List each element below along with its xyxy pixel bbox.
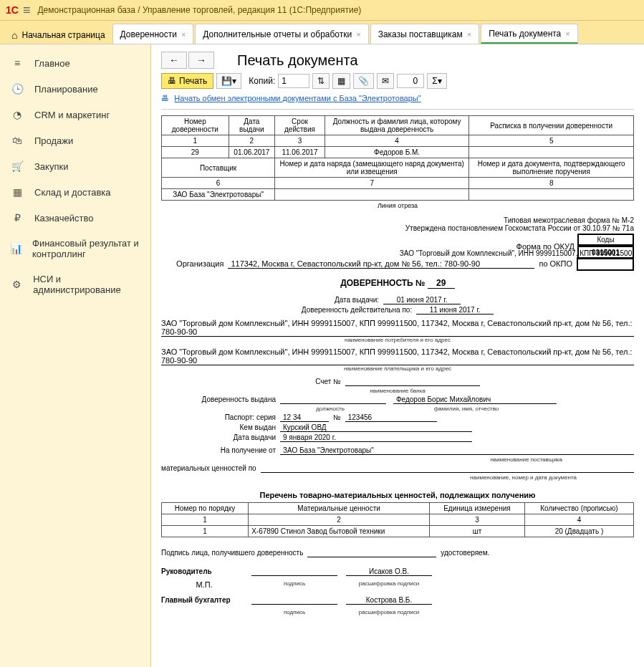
tabbar: ⌂ Начальная страница Доверенности×Дополн…: [0, 21, 644, 44]
consumer-cap: наименование потребителя и его адрес: [161, 337, 634, 343]
app-logo-icon: 1C: [6, 4, 19, 16]
copies-label: Копий:: [249, 76, 275, 86]
sidebar-icon: ₽: [10, 212, 24, 224]
position-cap: должность: [280, 406, 380, 412]
sidebar-icon: 🕒: [10, 83, 24, 95]
close-icon[interactable]: ×: [467, 30, 471, 39]
exchange-icon: 🖶: [161, 94, 169, 102]
sidebar-label: Планирование: [34, 84, 98, 95]
sidebar-icon: ▦: [10, 186, 24, 198]
tab[interactable]: Печать документа×: [481, 24, 578, 44]
stub-table: Номер доверенностиДата выдачиСрок действ…: [161, 115, 634, 201]
doc-number: 29: [428, 278, 455, 289]
tab-home[interactable]: ⌂ Начальная страница: [4, 27, 112, 44]
print-button[interactable]: 🖶 Печать: [161, 73, 213, 89]
save-button[interactable]: 💾▾: [216, 73, 241, 89]
items-table: Номер по порядкуМатериальные ценностиЕди…: [161, 502, 634, 537]
account-value: [345, 378, 480, 386]
document-preview: Номер доверенностиДата выдачиСрок действ…: [161, 109, 634, 615]
doc-title-row: ДОВЕРЕННОСТЬ № 29: [161, 278, 634, 289]
titlebar: 1C ≡ Демонстрационная база / Управление …: [0, 0, 644, 21]
grid-button[interactable]: ▦: [332, 73, 350, 89]
exchange-link[interactable]: Начать обмен электронными документами с …: [174, 94, 420, 102]
close-icon[interactable]: ×: [356, 30, 360, 39]
form-approved: Утверждена постановлением Госкомстата Ро…: [161, 224, 634, 232]
account-label: Счет №: [315, 378, 341, 385]
tab-label: Заказы поставщикам: [378, 29, 463, 39]
org-label: Организация: [176, 259, 224, 268]
exchange-link-row: 🖶 Начать обмен электронными документами …: [161, 93, 634, 103]
sidebar-item[interactable]: 🛍Продажи: [0, 128, 150, 153]
sidebar-item[interactable]: ◔CRM и маркетинг: [0, 102, 150, 128]
tab[interactable]: Заказы поставщикам×: [370, 24, 479, 44]
close-icon[interactable]: ×: [181, 30, 186, 39]
receive-label: На получение от: [161, 446, 276, 454]
pass-date-label: Дата выдачи: [161, 433, 276, 441]
doc-title: ДОВЕРЕННОСТЬ №: [340, 278, 425, 288]
pass-date: 9 января 2020 г.: [280, 433, 472, 442]
acc-label: Главный бухгалтер: [161, 596, 247, 604]
mat-label: материальных ценностей по: [161, 464, 256, 472]
valid-date: 11 июня 2017 г.: [416, 306, 494, 315]
sidebar-item[interactable]: 📊Финансовый результат и контроллинг: [0, 231, 150, 267]
sidebar-label: НСИ и администрирование: [33, 274, 140, 295]
nav-forward-button[interactable]: →: [188, 52, 214, 69]
printer-icon: 🖶: [168, 76, 176, 86]
mail-button[interactable]: ✉: [377, 73, 394, 89]
sidebar-item[interactable]: ₽Казначейство: [0, 205, 150, 231]
issue-label: Дата выдачи:: [335, 296, 379, 304]
issued-by-label: Кем выдан: [161, 423, 276, 431]
sum-display: 0: [397, 74, 424, 88]
supplier: ЗАО База "Электротовары": [280, 446, 634, 455]
passport-series: 12 34: [280, 413, 329, 422]
sidebar-label: Склад и доставка: [34, 187, 111, 198]
sidebar-icon: 🛍: [10, 135, 24, 146]
tab-label: Дополнительные отчеты и обработки: [203, 29, 352, 39]
mat-cap: наименование, номер и дата документа: [161, 474, 634, 481]
confirm-label: удостоверяем.: [441, 549, 489, 557]
sidebar-label: Закупки: [34, 161, 68, 172]
sidebar-item[interactable]: ≡Главное: [0, 50, 150, 76]
attach-button[interactable]: 📎: [353, 73, 374, 89]
head-label: Руководитель: [161, 567, 247, 575]
tab-home-label: Начальная страница: [21, 30, 105, 40]
sidebar-item[interactable]: ▦Склад и доставка: [0, 179, 150, 205]
sidebar-label: Продажи: [34, 135, 73, 146]
valid-label: Доверенность действительна по:: [302, 306, 412, 314]
home-icon: ⌂: [11, 29, 17, 41]
hamburger-icon[interactable]: ≡: [23, 3, 31, 18]
sigma-button[interactable]: Σ▾: [427, 73, 446, 89]
sidebar-item[interactable]: 🕒Планирование: [0, 76, 150, 102]
sidebar-item[interactable]: 🛒Закупки: [0, 153, 150, 179]
org-line2: 117342, Москва г, Севастопольский пр-кт,…: [228, 259, 534, 269]
sidebar-item[interactable]: ⚙НСИ и администрирование: [0, 267, 150, 302]
tab[interactable]: Доверенности×: [112, 24, 194, 44]
main-content: ← → Печать документа 🖶 Печать 💾▾ Копий: …: [151, 44, 644, 667]
fio-cap: фамилия, имя, отчество: [388, 406, 545, 412]
payer-line: ЗАО "Торговый дом Комплексный", ИНН 9999…: [161, 347, 634, 365]
tab-label: Доверенности: [120, 29, 177, 39]
toolbar: 🖶 Печать 💾▾ Копий: ⇅ ▦ 📎 ✉ 0 Σ▾: [161, 73, 634, 89]
tab[interactable]: Дополнительные отчеты и обработки×: [195, 24, 368, 44]
passport-num: 123456: [345, 413, 437, 422]
copies-stepper[interactable]: ⇅: [312, 73, 330, 89]
copies-input[interactable]: [278, 74, 309, 88]
items-title: Перечень товарно-материальных ценностей,…: [161, 491, 634, 499]
issued-by: Курский ОВД: [280, 423, 472, 432]
sidebar-icon: 🛒: [10, 160, 24, 172]
consumer-line: ЗАО "Торговый дом Комплексный", ИНН 9999…: [161, 319, 634, 337]
sidebar-label: CRM и маркетинг: [34, 110, 110, 120]
page-title: Печать документа: [237, 52, 358, 69]
okpo-value: [577, 257, 634, 271]
sidebar-icon: ≡: [10, 57, 24, 69]
close-icon[interactable]: ×: [565, 29, 569, 38]
sidebar-label: Казначейство: [34, 213, 93, 224]
cut-line: Линия отреза: [161, 202, 634, 209]
supplier-cap: наименование поставщика: [161, 456, 634, 463]
issued-label: Доверенность выдана: [161, 395, 276, 403]
head-name: Исаков О.В.: [346, 567, 432, 576]
nav-back-button[interactable]: ←: [161, 52, 187, 69]
org-line1: ЗАО "Торговый дом Комплексный", ИНН 9999…: [400, 249, 634, 257]
okpo-label: по ОКПО: [539, 259, 572, 268]
codes-label: Коды: [577, 234, 634, 246]
